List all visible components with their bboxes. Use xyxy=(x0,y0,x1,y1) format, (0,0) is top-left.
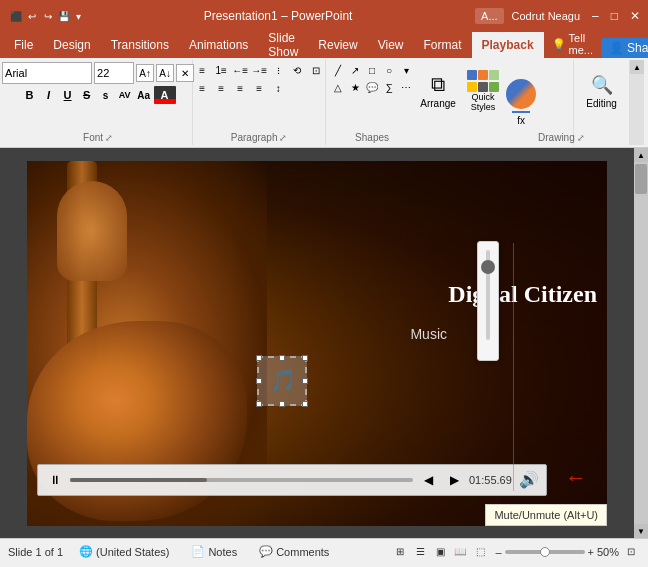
volume-track[interactable] xyxy=(486,250,490,340)
editing-btn[interactable]: 🔍 Editing xyxy=(577,62,627,120)
notes-btn[interactable]: 📄 Notes xyxy=(185,543,243,560)
undo-btn[interactable]: ↩ xyxy=(28,11,36,22)
scroll-thumb[interactable] xyxy=(635,164,647,194)
shape-equation[interactable]: ∑ xyxy=(381,79,397,95)
zoom-out-btn[interactable]: – xyxy=(495,546,501,558)
handle-tm[interactable] xyxy=(279,355,285,361)
font-name-input[interactable] xyxy=(2,62,92,84)
volume-btn[interactable]: 🔊 xyxy=(518,469,540,491)
underline-btn[interactable]: U xyxy=(59,86,77,104)
tab-design[interactable]: Design xyxy=(43,32,100,58)
reading-view-btn[interactable]: 📖 xyxy=(451,544,469,560)
ribbon-scrollbar[interactable]: ▲ xyxy=(630,60,644,145)
scroll-down-btn[interactable]: ▼ xyxy=(634,524,648,538)
increase-indent-btn[interactable]: →≡ xyxy=(250,62,268,78)
tab-slideshow[interactable]: Slide Show xyxy=(258,32,308,58)
decrease-font-btn[interactable]: A↓ xyxy=(156,64,174,82)
tab-format[interactable]: Format xyxy=(414,32,472,58)
change-case-btn[interactable]: Aa xyxy=(135,86,153,104)
tab-transitions[interactable]: Transitions xyxy=(101,32,179,58)
smart-art-btn[interactable]: ⊡ xyxy=(307,62,325,78)
playback-progress[interactable] xyxy=(70,478,413,482)
slideshow-view-btn[interactable]: ▣ xyxy=(431,544,449,560)
tab-animations[interactable]: Animations xyxy=(179,32,258,58)
list-numbers-btn[interactable]: 1≡ xyxy=(212,62,230,78)
shape-oval[interactable]: ○ xyxy=(381,62,397,78)
ribbon-display-btn[interactable]: A... xyxy=(475,8,504,24)
tab-view[interactable]: View xyxy=(368,32,414,58)
normal-view-btn[interactable]: ⊞ xyxy=(391,544,409,560)
zoom-slider[interactable] xyxy=(505,550,585,554)
handle-bm[interactable] xyxy=(279,401,285,407)
column-btn[interactable]: ⫶ xyxy=(269,62,287,78)
fit-slide-btn[interactable]: ⊡ xyxy=(622,544,640,560)
quick-styles-btn[interactable]: Quick Styles xyxy=(462,62,504,120)
handle-br[interactable] xyxy=(302,401,308,407)
share-button[interactable]: 👤 Share xyxy=(601,38,648,58)
slide[interactable]: Digital Citizen Music 🎵 xyxy=(27,161,607,526)
pause-btn[interactable]: ⏸ xyxy=(44,469,66,491)
clear-format-btn[interactable]: ✕ xyxy=(176,64,194,82)
comments-btn[interactable]: 💬 Comments xyxy=(253,543,335,560)
list-bullets-btn[interactable]: ≡ xyxy=(193,62,211,78)
align-center-btn[interactable]: ≡ xyxy=(212,80,230,96)
handle-tl[interactable] xyxy=(256,355,262,361)
close-btn[interactable]: ✕ xyxy=(630,9,640,23)
maximize-btn[interactable]: □ xyxy=(611,9,618,23)
strikethrough-btn[interactable]: S xyxy=(78,86,96,104)
tab-review[interactable]: Review xyxy=(308,32,367,58)
presenter-view-btn[interactable]: ⬚ xyxy=(471,544,489,560)
shape-line[interactable]: ╱ xyxy=(330,62,346,78)
slide-canvas[interactable]: Digital Citizen Music 🎵 xyxy=(0,148,634,538)
rewind-btn[interactable]: ◀ xyxy=(417,469,439,491)
redo-btn[interactable]: ↪ xyxy=(44,11,52,22)
handle-tr[interactable] xyxy=(302,355,308,361)
handle-ml[interactable] xyxy=(256,378,262,384)
volume-thumb[interactable] xyxy=(481,260,495,274)
char-spacing-btn[interactable]: AV xyxy=(116,86,134,104)
handle-mr[interactable] xyxy=(302,378,308,384)
minimize-btn[interactable]: – xyxy=(592,9,599,23)
handle-bl[interactable] xyxy=(256,401,262,407)
align-left-btn[interactable]: ≡ xyxy=(193,80,211,96)
italic-btn[interactable]: I xyxy=(40,86,58,104)
font-expand-icon[interactable]: ⤢ xyxy=(105,133,113,143)
paragraph-expand-icon[interactable]: ⤢ xyxy=(279,133,287,143)
shape-triangle[interactable]: △ xyxy=(330,79,346,95)
shape-outline-btn[interactable] xyxy=(512,111,530,113)
save-btn[interactable]: 💾 xyxy=(58,11,70,22)
zoom-thumb[interactable] xyxy=(540,547,550,557)
outline-view-btn[interactable]: ☰ xyxy=(411,544,429,560)
shape-fill-btn[interactable] xyxy=(506,79,536,109)
zoom-in-btn[interactable]: + xyxy=(588,546,594,558)
decrease-indent-btn[interactable]: ←≡ xyxy=(231,62,249,78)
slide-title[interactable]: Digital Citizen xyxy=(448,281,597,308)
shape-more[interactable]: ▾ xyxy=(398,62,414,78)
slide-subtitle[interactable]: Music xyxy=(410,326,447,342)
tab-file[interactable]: File xyxy=(4,32,43,58)
shape-callout[interactable]: 💬 xyxy=(364,79,380,95)
shadow-btn[interactable]: s xyxy=(97,86,115,104)
justify-btn[interactable]: ≡ xyxy=(250,80,268,96)
arrange-btn[interactable]: ⧉ Arrange xyxy=(416,62,460,120)
bold-btn[interactable]: B xyxy=(21,86,39,104)
media-object[interactable]: 🎵 xyxy=(257,356,307,406)
notes-icon: 📄 xyxy=(191,545,205,558)
tell-me-input[interactable]: 💡 Tell me... xyxy=(544,30,601,58)
shape-extra[interactable]: ⋯ xyxy=(398,79,414,95)
shape-effects-btn[interactable]: fx xyxy=(517,115,525,126)
font-size-input[interactable] xyxy=(94,62,134,84)
increase-font-btn[interactable]: A↑ xyxy=(136,64,154,82)
shape-star[interactable]: ★ xyxy=(347,79,363,95)
shape-rect[interactable]: □ xyxy=(364,62,380,78)
tab-playback[interactable]: Playback xyxy=(472,32,544,58)
shape-arrow[interactable]: ↗ xyxy=(347,62,363,78)
text-direction-btn[interactable]: ⟲ xyxy=(288,62,306,78)
ribbon-scroll-up[interactable]: ▲ xyxy=(630,60,644,74)
align-right-btn[interactable]: ≡ xyxy=(231,80,249,96)
line-spacing-btn[interactable]: ↕ xyxy=(269,80,287,96)
scroll-up-btn[interactable]: ▲ xyxy=(634,148,648,162)
play-btn[interactable]: ▶ xyxy=(443,469,465,491)
language-btn[interactable]: 🌐 (United States) xyxy=(73,543,175,560)
font-color-btn[interactable]: A xyxy=(154,86,176,104)
